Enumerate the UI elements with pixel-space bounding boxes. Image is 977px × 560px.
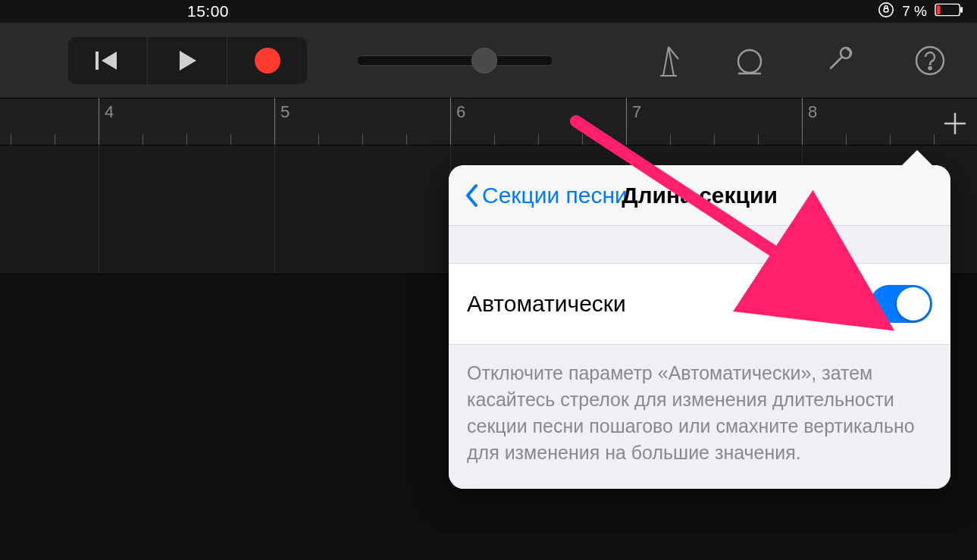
svg-rect-5 <box>96 52 99 70</box>
record-icon <box>255 48 280 74</box>
svg-rect-3 <box>960 7 963 13</box>
ruler-label: 6 <box>456 102 465 122</box>
popover-header: Секции песни Длина секции <box>449 165 950 226</box>
popover-title: Длина секции <box>622 183 778 208</box>
record-button[interactable] <box>227 37 307 84</box>
tempo-slider[interactable] <box>356 55 553 66</box>
svg-rect-1 <box>885 8 889 12</box>
automatic-label: Автоматически <box>467 291 626 317</box>
transport-controls <box>68 37 307 84</box>
slider-knob[interactable] <box>471 48 497 74</box>
svg-rect-4 <box>937 5 941 14</box>
automatic-toggle[interactable] <box>870 285 932 323</box>
chevron-left-icon <box>464 183 479 208</box>
slider-track <box>356 55 553 66</box>
popover-spacer <box>449 226 950 264</box>
battery-icon <box>935 3 963 20</box>
add-section-button[interactable] <box>938 106 972 141</box>
ruler-label: 8 <box>808 102 817 122</box>
automatic-row: Автоматически <box>449 264 950 345</box>
ruler-label: 4 <box>105 102 114 122</box>
status-right: 7 % <box>878 2 963 21</box>
rewind-button[interactable] <box>68 37 148 84</box>
timeline-ruler[interactable]: 45678 <box>0 99 977 145</box>
rotation-lock-icon <box>878 2 894 21</box>
loop-button[interactable] <box>733 44 766 77</box>
svg-point-0 <box>879 3 893 17</box>
section-length-popover: Секции песни Длина секции Автоматически … <box>449 165 950 489</box>
ruler-label: 5 <box>280 102 290 122</box>
popover-description: Отключите параметр «Автоматически», зате… <box>449 345 950 489</box>
help-button[interactable] <box>913 44 947 77</box>
status-bar: 15:00 7 % <box>0 0 977 23</box>
metronome-button[interactable] <box>652 44 685 77</box>
transport-toolbar <box>0 23 977 99</box>
toolbar-right <box>733 44 947 77</box>
settings-button[interactable] <box>823 44 856 77</box>
clock: 15:00 <box>187 2 229 20</box>
popover-caret <box>900 150 934 167</box>
battery-percent: 7 % <box>902 3 927 20</box>
back-label: Секции песни <box>482 183 628 208</box>
svg-point-6 <box>738 50 761 73</box>
play-button[interactable] <box>148 37 227 84</box>
ruler-label: 7 <box>632 102 641 122</box>
toggle-knob <box>897 287 930 321</box>
back-button[interactable]: Секции песни <box>464 183 628 208</box>
svg-point-9 <box>929 67 932 69</box>
